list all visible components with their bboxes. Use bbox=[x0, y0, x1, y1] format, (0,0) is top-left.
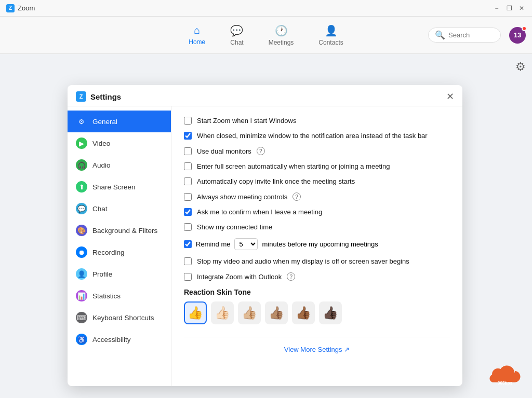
sidebar-label-accessibility: Accessibility bbox=[92, 336, 131, 344]
share-screen-icon: ⬆ bbox=[76, 181, 87, 193]
settings-title-row: Z Settings bbox=[76, 91, 121, 102]
sidebar-item-chat[interactable]: 💬 Chat bbox=[68, 198, 171, 219]
sidebar-item-accessibility[interactable]: ♿ Accessibility bbox=[68, 328, 171, 350]
setting-outlook: Integrate Zoom with Outlook ? bbox=[184, 272, 450, 281]
emoji-btn-3[interactable]: 👍🏼 bbox=[238, 301, 261, 324]
setting-copy-invite: Automatically copy invite link once the … bbox=[184, 177, 450, 185]
sidebar-item-audio[interactable]: 🎧 Audio bbox=[68, 154, 171, 176]
tab-chat[interactable]: 💬 Chat bbox=[218, 20, 256, 50]
emoji-btn-5[interactable]: 👍🏾 bbox=[292, 301, 315, 324]
setting-confirm-leave: Ask me to confirm when I leave a meeting bbox=[184, 208, 450, 216]
main-gear-button[interactable]: ⚙ bbox=[515, 60, 526, 74]
stop-video-label: Stop my video and audio when my display … bbox=[197, 257, 409, 265]
setting-show-controls: Always show meeting controls ? bbox=[184, 193, 450, 201]
minimize-window-label: When closed, minimize window to the noti… bbox=[197, 132, 428, 140]
nav-bar: ⌂ Home 💬 Chat 🕐 Meetings 👤 Contacts 🔍 13 bbox=[0, 17, 532, 54]
settings-modal: Z Settings ✕ ⚙ General ▶ Video 🎧 Audio bbox=[68, 85, 462, 386]
recording-icon: ⏺ bbox=[76, 246, 87, 258]
profile-icon: 👤 bbox=[76, 268, 87, 280]
view-more-settings[interactable]: View More Settings ↗ bbox=[184, 337, 450, 362]
show-controls-checkbox[interactable] bbox=[184, 193, 192, 201]
title-bar: Z Zoom − ❐ ✕ bbox=[0, 0, 532, 17]
tab-meetings[interactable]: 🕐 Meetings bbox=[256, 20, 307, 50]
copy-invite-checkbox[interactable] bbox=[184, 177, 192, 185]
sidebar-item-share-screen[interactable]: ⬆ Share Screen bbox=[68, 176, 171, 198]
setting-minimize-window: When closed, minimize window to the noti… bbox=[184, 132, 450, 140]
setting-stop-video: Stop my video and audio when my display … bbox=[184, 257, 450, 265]
chat-nav-icon: 💬 bbox=[76, 203, 87, 214]
full-screen-label: Enter full screen automatically when sta… bbox=[197, 162, 390, 170]
stop-video-checkbox[interactable] bbox=[184, 257, 192, 265]
remind-me-checkbox[interactable] bbox=[184, 240, 192, 248]
setting-full-screen: Enter full screen automatically when sta… bbox=[184, 162, 450, 170]
connected-time-checkbox[interactable] bbox=[184, 223, 192, 231]
sidebar-label-chat: Chat bbox=[92, 205, 108, 213]
avatar-notification-badge bbox=[522, 26, 527, 31]
general-icon: ⚙ bbox=[76, 116, 87, 127]
confirm-leave-label: Ask me to confirm when I leave a meeting bbox=[197, 208, 322, 216]
settings-header: Z Settings ✕ bbox=[68, 85, 462, 106]
outlook-checkbox[interactable] bbox=[184, 273, 192, 281]
nav-tabs: ⌂ Home 💬 Chat 🕐 Meetings 👤 Contacts bbox=[176, 20, 355, 50]
tab-chat-label: Chat bbox=[230, 39, 243, 46]
tab-meetings-label: Meetings bbox=[269, 39, 294, 46]
sidebar-item-general[interactable]: ⚙ General bbox=[68, 111, 171, 132]
restore-button[interactable]: ❐ bbox=[505, 4, 513, 12]
setting-remind-me: Remind me 5 10 15 20 minutes before my u… bbox=[184, 238, 450, 250]
meetings-icon: 🕐 bbox=[275, 24, 288, 37]
show-controls-help-icon[interactable]: ? bbox=[292, 193, 301, 201]
start-zoom-label: Start Zoom when I start Windows bbox=[197, 117, 296, 125]
accessibility-icon: ♿ bbox=[76, 334, 87, 345]
remind-minutes-select[interactable]: 5 10 15 20 bbox=[234, 238, 258, 250]
sidebar-item-video[interactable]: ▶ Video bbox=[68, 132, 171, 154]
office365-badge[interactable]: 365tips bbox=[488, 363, 522, 388]
settings-sidebar: ⚙ General ▶ Video 🎧 Audio ⬆ Share Screen… bbox=[68, 106, 171, 386]
remind-suffix-label: minutes before my upcoming meetings bbox=[262, 240, 378, 248]
setting-start-zoom: Start Zoom when I start Windows bbox=[184, 117, 450, 125]
minimize-button[interactable]: − bbox=[493, 4, 501, 12]
emoji-btn-4[interactable]: 👍🏽 bbox=[265, 301, 288, 324]
settings-title: Settings bbox=[90, 92, 121, 101]
emoji-btn-2[interactable]: 👍🏻 bbox=[211, 301, 234, 324]
sidebar-item-statistics[interactable]: 📊 Statistics bbox=[68, 285, 171, 307]
search-bar[interactable]: 🔍 bbox=[428, 28, 501, 43]
sidebar-item-background[interactable]: 🎨 Background & Filters bbox=[68, 219, 171, 241]
emoji-btn-1[interactable]: 👍 bbox=[184, 301, 207, 324]
cloud-icon: 365tips bbox=[488, 363, 522, 388]
sidebar-label-recording: Recording bbox=[92, 249, 125, 256]
search-icon: 🔍 bbox=[435, 30, 445, 40]
setting-dual-monitors: Use dual monitors ? bbox=[184, 147, 450, 155]
tab-home[interactable]: ⌂ Home bbox=[176, 20, 218, 50]
chat-icon: 💬 bbox=[230, 24, 243, 37]
dual-monitors-help-icon[interactable]: ? bbox=[257, 147, 265, 155]
minimize-window-checkbox[interactable] bbox=[184, 132, 192, 140]
settings-zoom-icon: Z bbox=[76, 91, 86, 102]
sidebar-label-background: Background & Filters bbox=[92, 227, 157, 235]
reaction-title: Reaction Skin Tone bbox=[184, 288, 450, 296]
confirm-leave-checkbox[interactable] bbox=[184, 208, 192, 216]
search-input[interactable] bbox=[448, 31, 494, 39]
sidebar-item-keyboard[interactable]: ⌨ Keyboard Shortcuts bbox=[68, 307, 171, 328]
settings-body: ⚙ General ▶ Video 🎧 Audio ⬆ Share Screen… bbox=[68, 106, 462, 386]
app-title: Zoom bbox=[18, 4, 35, 12]
outlook-help-icon[interactable]: ? bbox=[287, 272, 295, 281]
connected-time-label: Show my connected time bbox=[197, 223, 272, 231]
full-screen-checkbox[interactable] bbox=[184, 162, 192, 170]
settings-close-button[interactable]: ✕ bbox=[446, 92, 454, 101]
dual-monitors-checkbox[interactable] bbox=[184, 147, 192, 155]
emoji-btn-6[interactable]: 👍🏿 bbox=[319, 301, 342, 324]
close-window-button[interactable]: ✕ bbox=[517, 4, 526, 12]
sidebar-item-profile[interactable]: 👤 Profile bbox=[68, 263, 171, 285]
sidebar-label-share-screen: Share Screen bbox=[92, 183, 136, 191]
sidebar-item-recording[interactable]: ⏺ Recording bbox=[68, 241, 171, 263]
keyboard-icon: ⌨ bbox=[76, 312, 87, 323]
tab-contacts[interactable]: 👤 Contacts bbox=[306, 20, 355, 50]
sidebar-label-general: General bbox=[92, 118, 117, 126]
reaction-section: Reaction Skin Tone 👍 👍🏻 👍🏼 👍🏽 👍🏾 👍🏿 bbox=[184, 288, 450, 324]
sidebar-label-profile: Profile bbox=[92, 270, 112, 278]
avatar[interactable]: 13 bbox=[509, 27, 526, 44]
sidebar-label-video: Video bbox=[92, 140, 110, 147]
start-zoom-checkbox[interactable] bbox=[184, 117, 192, 125]
outlook-label: Integrate Zoom with Outlook bbox=[197, 273, 282, 281]
dual-monitors-label: Use dual monitors bbox=[197, 147, 251, 155]
